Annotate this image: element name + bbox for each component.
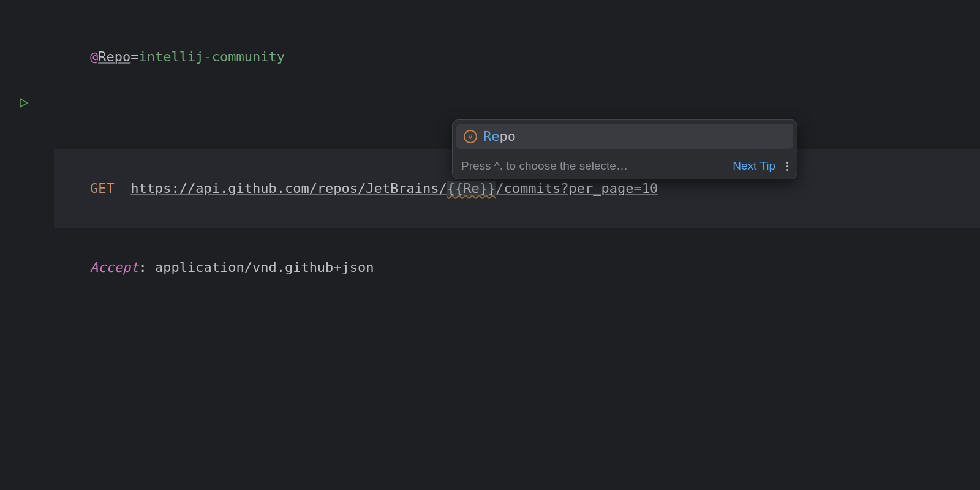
request-url-part2: /commits?per_page=10 — [496, 181, 658, 196]
completion-match: Re — [483, 129, 500, 144]
completion-text: Repo — [483, 129, 516, 144]
variable-value: intellij-community — [138, 49, 284, 64]
request-url-part1: https://api.github.com/repos/JetBrains/ — [130, 181, 447, 196]
http-method: GET — [90, 181, 115, 196]
popup-footer: Press ^. to choose the selecte… Next Tip — [453, 153, 797, 179]
header-name: Accept — [90, 260, 138, 275]
footer-hint: Press ^. to choose the selecte… — [461, 159, 729, 173]
completion-popup: v Repo Press ^. to choose the selecte… N… — [452, 119, 797, 179]
header-value: application/vnd.github+json — [155, 260, 374, 275]
at-sign: @ — [90, 49, 98, 64]
run-request-icon[interactable] — [17, 97, 32, 111]
template-variable: {{Re}} — [447, 181, 496, 196]
next-tip-link[interactable]: Next Tip — [733, 159, 775, 173]
equals-sign: = — [130, 49, 138, 64]
header-colon: : — [138, 260, 155, 275]
header-line: Accept: application/vnd.github+json — [56, 228, 980, 307]
variable-icon: v — [464, 130, 477, 143]
editor-gutter — [0, 0, 55, 490]
completion-rest: po — [500, 129, 516, 144]
variable-name: Repo — [98, 49, 130, 64]
more-options-icon[interactable] — [786, 162, 788, 171]
variable-definition-line: @Repo=intellij-community — [56, 17, 980, 96]
completion-item[interactable]: v Repo — [456, 124, 793, 149]
